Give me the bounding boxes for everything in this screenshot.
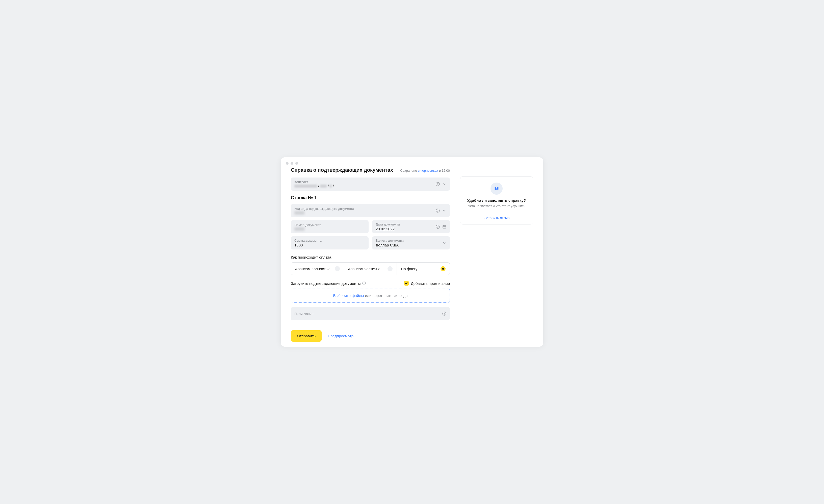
chevron-down-icon[interactable] — [442, 182, 446, 186]
calendar-icon[interactable] — [442, 225, 446, 229]
add-note-label: Добавить примечание — [411, 281, 450, 286]
file-dropzone[interactable]: Выберите файлы или перетяните их сюда — [291, 289, 450, 303]
svg-text:?: ? — [437, 183, 438, 186]
payment-label: Как происходит оплата — [291, 255, 450, 259]
doc-date-field[interactable]: Дата документа 20.02.2022 ? — [372, 220, 450, 233]
feedback-card: ? Удобно ли заполнять справку? Чего не х… — [460, 176, 533, 224]
payment-option-advance-partial[interactable]: Авансом частично — [344, 263, 397, 275]
radio-icon — [388, 266, 393, 271]
doc-number-label: Номер документа — [294, 223, 365, 227]
payment-option-label: Авансом частично — [348, 267, 381, 271]
drafts-link[interactable]: в черновиках — [418, 169, 438, 173]
window-dot — [286, 162, 289, 165]
window-dot — [295, 162, 298, 165]
payment-option-label: По факту — [401, 267, 417, 271]
page-title: Справка о подтверждающих документах — [291, 167, 393, 173]
row-title: Строка № 1 — [291, 195, 450, 200]
svg-text:?: ? — [443, 312, 445, 315]
svg-text:?: ? — [496, 187, 497, 189]
svg-text:?: ? — [363, 282, 365, 285]
svg-text:?: ? — [437, 209, 438, 212]
doc-currency-field[interactable]: Валюта документа Доллар США — [372, 236, 450, 249]
svg-rect-6 — [443, 225, 446, 228]
dropzone-text: или перетяните их сюда — [364, 293, 408, 298]
note-label: Примечание — [294, 312, 446, 316]
doc-sum-label: Сумма документа — [294, 238, 365, 242]
window-dot — [291, 162, 293, 165]
window-titlebar — [281, 157, 543, 167]
feedback-title: Удобно ли заполнять справку? — [465, 198, 528, 203]
payment-option-by-fact[interactable]: По факту — [397, 263, 449, 275]
saved-time: в 12:00 — [438, 169, 450, 173]
saved-prefix: Сохранено — [400, 169, 418, 173]
masked-text — [320, 185, 327, 188]
doc-sum-field[interactable]: Сумма документа 1500 — [291, 236, 369, 249]
help-icon[interactable]: ? — [436, 225, 440, 229]
help-icon[interactable]: ? — [362, 282, 366, 285]
masked-text — [294, 211, 304, 215]
contract-label: Контракт — [294, 180, 446, 184]
help-icon[interactable]: ? — [442, 312, 446, 316]
contract-field[interactable]: Контракт / / / ? — [291, 178, 450, 191]
divider — [460, 212, 533, 212]
preview-button[interactable]: Предпросмотр — [328, 334, 353, 338]
feedback-chat-icon: ? — [491, 183, 503, 195]
doc-currency-value: Доллар США — [376, 243, 446, 247]
add-note-toggle[interactable]: Добавить примечание — [404, 281, 450, 286]
upload-label-text: Загрузите подтверждающие документы — [291, 281, 361, 286]
radio-icon — [335, 266, 340, 271]
masked-text — [294, 227, 304, 231]
doc-code-label: Код вида подтверждающего документа — [294, 207, 446, 211]
masked-text — [330, 185, 332, 188]
feedback-link[interactable]: Оставить отзыв — [484, 216, 510, 220]
doc-currency-label: Валюта документа — [376, 238, 446, 242]
doc-code-field[interactable]: Код вида подтверждающего документа ? — [291, 204, 450, 217]
feedback-subtitle: Чего не хватает и что стоит улучшить — [465, 204, 528, 208]
chevron-down-icon[interactable] — [442, 241, 446, 245]
submit-button[interactable]: Отправить — [291, 330, 322, 342]
doc-number-field[interactable]: Номер документа — [291, 220, 369, 233]
chevron-down-icon[interactable] — [442, 209, 446, 213]
note-field[interactable]: Примечание ? — [291, 307, 450, 320]
upload-label: Загрузите подтверждающие документы ? — [291, 281, 366, 286]
payment-option-label: Авансом полностью — [295, 267, 330, 271]
help-icon[interactable]: ? — [436, 182, 440, 186]
radio-icon-active — [440, 266, 445, 271]
doc-sum-value: 1500 — [294, 243, 365, 247]
payment-option-advance-full[interactable]: Авансом полностью — [291, 263, 344, 275]
choose-files-link[interactable]: Выберите файлы — [333, 293, 364, 298]
app-window: Справка о подтверждающих документах Сохр… — [281, 157, 543, 347]
masked-text — [294, 185, 317, 188]
saved-status: Сохранено в черновиках в 12:00 — [400, 169, 450, 173]
contract-value: / / / — [294, 184, 446, 188]
svg-text:?: ? — [437, 225, 438, 228]
checkbox-checked-icon — [404, 281, 409, 286]
help-icon[interactable]: ? — [436, 209, 440, 213]
payment-radio-group: Авансом полностью Авансом частично По фа… — [291, 262, 450, 275]
